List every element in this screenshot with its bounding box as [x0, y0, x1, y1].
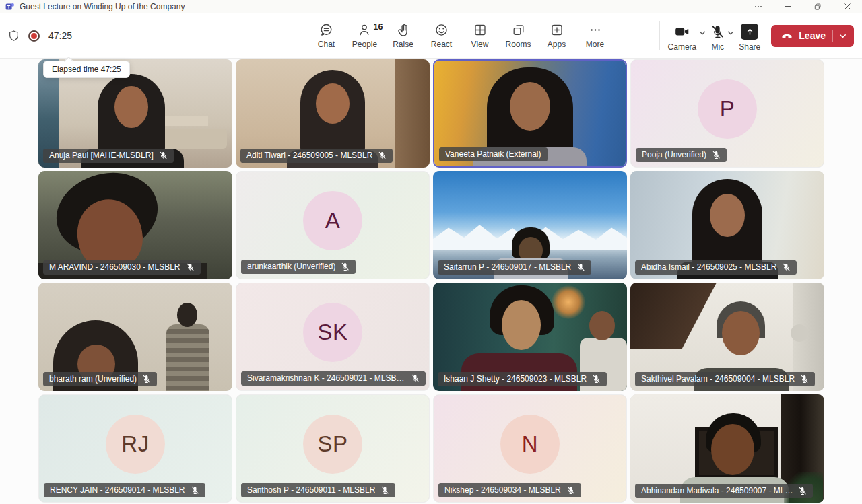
rooms-button[interactable]: Rooms: [499, 22, 537, 49]
participant-tile[interactable]: Abidha Ismail - 246509025 - MLSBLR: [630, 171, 824, 279]
people-count-badge: 16: [374, 22, 383, 32]
participant-tile[interactable]: A arunkaarthik (Unverified): [236, 171, 430, 279]
participant-name: RENCY JAIN - 246509014 - MLSBLR: [50, 485, 185, 495]
participant-tile[interactable]: Saitarrun P - 246509017 - MLSBLR: [433, 171, 627, 279]
rooms-icon: [512, 22, 525, 37]
participant-name: Vaneeta Patnaik (External): [445, 149, 541, 159]
mic-muted-icon: [378, 151, 387, 160]
participant-tile[interactable]: SP Santhosh P - 246509011 - MLSBLR: [236, 394, 430, 503]
participant-name-label: Sivaramakrishnan K - 246509021 - MLSBLR: [241, 371, 426, 386]
participant-tile[interactable]: M ARAVIND - 246509030 - MLSBLR: [38, 171, 232, 279]
mic-muted-icon: [592, 375, 601, 384]
participant-tile[interactable]: bharath ram (Unverified): [38, 283, 232, 391]
camera-icon: [674, 24, 690, 40]
meeting-toolbar: 47:25 Chat 16 People Raise: [0, 13, 862, 59]
mic-muted-icon: [566, 486, 575, 495]
participant-tile[interactable]: RJ RENCY JAIN - 246509014 - MLSBLR: [38, 394, 232, 503]
participant-tile[interactable]: P Pooja (Unverified): [630, 59, 824, 168]
participant-tile[interactable]: Ishaan J Shetty - 246509023 - MLSBLR: [433, 283, 627, 391]
participant-name-label: arunkaarthik (Unverified): [241, 260, 356, 274]
camera-options-chevron[interactable]: [698, 28, 706, 40]
participant-name: Abidha Ismail - 246509025 - MLSBLR: [641, 262, 776, 272]
participant-name: Anuja Paul [MAHE-MLSBLR]: [49, 151, 154, 160]
mic-muted-icon: [341, 262, 350, 271]
participant-name: Ishaan J Shetty - 246509023 - MLSBLR: [444, 374, 587, 384]
participant-name-label: Abhinandan Madivala - 246509007 - ML…: [635, 484, 813, 498]
person-silhouette: [166, 324, 209, 391]
participant-name: bharath ram (Unverified): [49, 374, 137, 384]
participant-tile[interactable]: Aditi Tiwari - 246509005 - MLSBLR: [236, 59, 430, 168]
participant-tile-active-speaker[interactable]: Vaneeta Patnaik (External): [433, 59, 627, 168]
participant-tile[interactable]: Sakthivel Pavalam - 246509004 - MLSBLR: [630, 283, 824, 391]
mic-muted-icon: [798, 487, 807, 495]
participant-name-label: Abidha Ismail - 246509025 - MLSBLR: [635, 260, 797, 275]
avatar: P: [698, 79, 757, 139]
participant-name-label: Anuja Paul [MAHE-MLSBLR]: [43, 149, 174, 163]
person-silhouette: [114, 86, 148, 128]
view-button[interactable]: View: [461, 22, 499, 49]
mic-options-chevron[interactable]: [727, 28, 735, 40]
avatar: A: [303, 191, 362, 250]
restore-button[interactable]: [803, 0, 832, 13]
participant-name: Santhosh P - 246509011 - MLSBLR: [247, 485, 375, 495]
leave-button-divider: [832, 30, 833, 42]
camera-button[interactable]: Camera: [668, 24, 697, 52]
elapsed-timer[interactable]: 47:25: [48, 30, 72, 41]
leave-label: Leave: [799, 30, 826, 41]
person-silhouette: [502, 300, 541, 350]
participant-tile[interactable]: Abhinandan Madivala - 246509007 - ML…: [630, 394, 824, 503]
recording-indicator-icon: [28, 30, 40, 42]
minimize-button[interactable]: [773, 0, 803, 13]
more-ellipsis-icon: [589, 22, 602, 37]
mic-muted-toolbar-icon: [710, 24, 725, 40]
avatar: SP: [303, 415, 362, 474]
titlebar-more-button[interactable]: [743, 0, 773, 13]
chat-button[interactable]: Chat: [307, 22, 345, 49]
more-button[interactable]: More: [576, 22, 614, 49]
participant-tile[interactable]: SK Sivaramakrishnan K - 246509021 - MLSB…: [236, 283, 430, 391]
react-button[interactable]: React: [422, 22, 461, 49]
person-silhouette: [722, 311, 760, 355]
share-icon: [741, 24, 758, 40]
mic-muted-icon: [712, 151, 721, 159]
view-grid-icon: [473, 22, 487, 37]
mic-muted-icon: [191, 486, 199, 495]
participant-name: Sivaramakrishnan K - 246509021 - MLSBLR: [247, 373, 405, 383]
avatar-initials: SK: [317, 320, 347, 345]
person-silhouette: [710, 194, 745, 237]
mic-muted-icon: [380, 486, 389, 495]
mic-button[interactable]: Mic: [710, 24, 725, 52]
teams-logo-icon: [5, 2, 15, 11]
chat-icon: [319, 22, 333, 37]
participant-name: Aditi Tiwari - 246509005 - MLSBLR: [246, 151, 372, 160]
raise-hand-icon: [397, 22, 410, 37]
window-title: Guest Lecture on Winding Up of the Compa…: [20, 2, 185, 11]
shield-icon: [8, 30, 20, 42]
raise-hand-button[interactable]: Raise: [384, 22, 422, 49]
elapsed-time-tooltip: Elapsed time 47:25: [43, 61, 130, 78]
avatar-initials: RJ: [121, 431, 149, 457]
avatar-initials: P: [720, 96, 735, 122]
toolbar-center-actions: Chat 16 People Raise React: [307, 13, 614, 58]
apps-button[interactable]: Apps: [537, 22, 576, 49]
participant-name: Sakthivel Pavalam - 246509004 - MLSBLR: [641, 374, 795, 384]
mic-muted-icon: [411, 374, 420, 383]
people-button[interactable]: 16 People: [345, 22, 384, 49]
mic-muted-icon: [800, 375, 809, 384]
leave-options-chevron[interactable]: [838, 32, 847, 40]
people-icon: 16: [358, 22, 372, 37]
avatar: N: [500, 415, 560, 474]
share-button[interactable]: Share: [739, 24, 760, 52]
participant-name: Saitarrun P - 246509017 - MLSBLR: [444, 262, 571, 272]
close-button[interactable]: [832, 0, 862, 13]
mic-muted-icon: [159, 151, 168, 160]
react-smiley-icon: [434, 22, 449, 37]
participant-name-label: M ARAVIND - 246509030 - MLSBLR: [43, 260, 201, 275]
participant-tile[interactable]: N Nikshep - 246509034 - MLSBLR: [433, 394, 627, 503]
toolbar-divider: [659, 21, 660, 50]
participant-name-label: Vaneeta Patnaik (External): [439, 147, 548, 161]
participant-name-label: Nikshep - 246509034 - MLSBLR: [438, 483, 581, 497]
leave-button[interactable]: Leave: [771, 25, 854, 47]
person-silhouette: [316, 83, 350, 124]
participant-name-label: Santhosh P - 246509011 - MLSBLR: [241, 483, 395, 497]
